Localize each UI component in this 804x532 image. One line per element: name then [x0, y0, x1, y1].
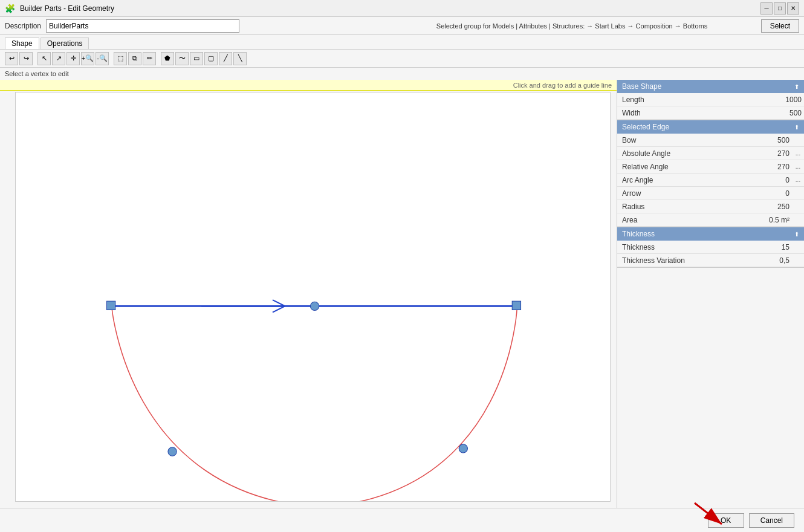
- svg-rect-2: [107, 301, 115, 310]
- minimize-button[interactable]: ─: [760, 2, 773, 15]
- diagonal2-tool[interactable]: ╲: [233, 52, 247, 65]
- arc-angle-label: Arc Angle: [617, 176, 744, 184]
- bottom-bar: OK Cancel: [0, 508, 804, 532]
- width-value: 500: [756, 109, 804, 117]
- arc-angle-value: 0: [744, 176, 792, 184]
- radius-label: Radius: [617, 203, 744, 211]
- absolute-angle-value: 270: [744, 149, 792, 158]
- menu-bar: Description Selected group for Models | …: [0, 17, 804, 35]
- bow-row: Bow 500: [617, 134, 804, 147]
- description-input[interactable]: [46, 19, 239, 33]
- arrow-value: 0: [744, 189, 792, 198]
- selected-edge-title: Selected Edge: [622, 123, 669, 131]
- maximize-button[interactable]: □: [774, 2, 786, 15]
- close-button[interactable]: ✕: [787, 2, 799, 15]
- thickness-title: Thickness: [622, 230, 655, 238]
- window-controls: ─ □ ✕: [760, 2, 799, 15]
- rect-select-tool[interactable]: ⬚: [114, 52, 127, 65]
- zoom-out-button[interactable]: -🔍: [96, 52, 109, 65]
- svg-line-9: [695, 503, 722, 524]
- canvas-inner[interactable]: [15, 92, 611, 502]
- zoom-in-button[interactable]: +🔍: [81, 52, 94, 65]
- polygon-tool[interactable]: ⬟: [161, 52, 174, 65]
- svg-point-5: [168, 447, 177, 456]
- arrow-tool[interactable]: ↖: [37, 52, 51, 65]
- relative-angle-value: 270: [744, 163, 792, 171]
- radius-value: 250: [744, 203, 792, 211]
- tab-shape[interactable]: Shape: [5, 37, 39, 49]
- canvas-area[interactable]: Click and drag to add a guide line: [0, 80, 617, 508]
- select-button[interactable]: Select: [761, 19, 799, 33]
- svg-point-6: [459, 444, 467, 453]
- thickness-section: Thickness ⬆ Thickness 15 Thickness Varia…: [617, 227, 804, 268]
- thickness-value: 15: [744, 243, 792, 251]
- arrow-row: Arrow 0: [617, 187, 804, 200]
- tab-operations[interactable]: Operations: [41, 37, 89, 49]
- svg-point-4: [310, 302, 319, 310]
- arc-angle-row: Arc Angle 0 ...: [617, 174, 804, 187]
- thickness-row: Thickness 15: [617, 241, 804, 254]
- copy-tool[interactable]: ⧉: [128, 52, 141, 65]
- base-shape-collapse[interactable]: ⬆: [794, 83, 799, 90]
- vertex-hint: Select a vertex to edit: [5, 70, 69, 77]
- undo-button[interactable]: ↩: [5, 52, 18, 65]
- thickness-collapse[interactable]: ⬆: [794, 231, 799, 238]
- radius-row: Radius 250: [617, 200, 804, 213]
- length-label: Length: [617, 96, 756, 104]
- length-row: Length 1000: [617, 93, 804, 106]
- base-shape-header: Base Shape ⬆: [617, 80, 804, 93]
- right-panel: Base Shape ⬆ Length 1000 Width 500 Selec…: [617, 80, 804, 508]
- selected-edge-section: Selected Edge ⬆ Bow 500 Absolute Angle 2…: [617, 120, 804, 227]
- thickness-variation-label: Thickness Variation: [617, 256, 744, 265]
- selected-edge-header: Selected Edge ⬆: [617, 120, 804, 134]
- relative-angle-row: Relative Angle 270 ...: [617, 160, 804, 174]
- status-bar: Select a vertex to edit: [0, 68, 804, 80]
- rect-tool[interactable]: ▭: [190, 52, 203, 65]
- main-content: Click and drag to add a guide line: [0, 80, 804, 508]
- thickness-header: Thickness ⬆: [617, 227, 804, 241]
- length-value: 1000: [756, 96, 804, 104]
- freehand-tool[interactable]: 〜: [175, 52, 189, 65]
- bow-label: Bow: [617, 136, 744, 144]
- frame-tool[interactable]: ▢: [204, 52, 218, 65]
- arrow-label: Arrow: [617, 189, 744, 198]
- base-shape-section: Base Shape ⬆ Length 1000 Width 500: [617, 80, 804, 120]
- thickness-variation-row: Thickness Variation 0,5: [617, 254, 804, 267]
- absolute-angle-row: Absolute Angle 270 ...: [617, 147, 804, 160]
- diagonal1-tool[interactable]: ╱: [219, 52, 232, 65]
- shape-svg: [16, 92, 610, 501]
- area-label: Area: [617, 216, 744, 224]
- svg-rect-3: [512, 301, 520, 310]
- area-value: 0.5 m²: [744, 216, 792, 224]
- description-label: Description: [5, 22, 41, 30]
- base-shape-title: Base Shape: [622, 82, 661, 91]
- relative-angle-label: Relative Angle: [617, 163, 744, 171]
- selected-edge-collapse[interactable]: ⬆: [794, 124, 799, 131]
- crosshair-tool[interactable]: ✛: [66, 52, 80, 65]
- toolbar: ↩ ↪ ↖ ↗ ✛ +🔍 -🔍 ⬚ ⧉ ✏ ⬟ 〜 ▭ ▢ ╱ ╲: [0, 50, 804, 68]
- width-row: Width 500: [617, 106, 804, 120]
- width-label: Width: [617, 109, 756, 117]
- status-text: Selected group for Models | Attributes |…: [383, 22, 760, 30]
- thickness-label: Thickness: [617, 243, 744, 251]
- guideline-hint: Click and drag to add a guide line: [513, 82, 612, 89]
- tabs-row: Shape Operations: [0, 35, 804, 50]
- select-tool[interactable]: ↗: [52, 52, 65, 65]
- window-title: Builder Parts - Edit Geometry: [20, 4, 114, 13]
- thickness-variation-value: 0,5: [744, 256, 792, 265]
- cancel-button[interactable]: Cancel: [749, 513, 794, 528]
- absolute-angle-label: Absolute Angle: [617, 149, 744, 158]
- bow-value: 500: [744, 136, 792, 144]
- title-bar: 🧩 Builder Parts - Edit Geometry ─ □ ✕: [0, 0, 804, 17]
- area-row: Area 0.5 m²: [617, 213, 804, 227]
- draw-tool[interactable]: ✏: [143, 52, 156, 65]
- redo-button[interactable]: ↪: [19, 52, 33, 65]
- red-arrow-annotation: [692, 500, 728, 530]
